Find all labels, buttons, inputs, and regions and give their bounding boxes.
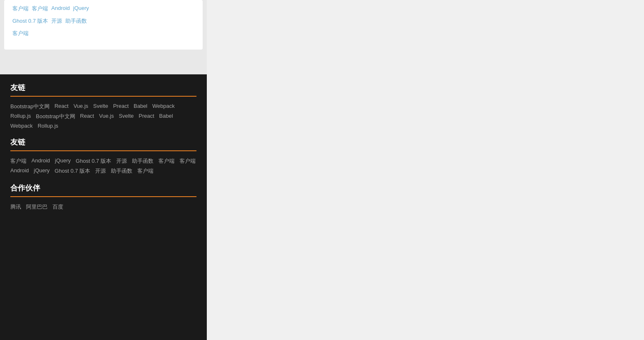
- link-babel-2[interactable]: Babel: [159, 113, 173, 120]
- link-webpack-1[interactable]: Webpack: [152, 103, 175, 110]
- tag-row-2: Ghost 0.7 版本 开源 助手函数: [12, 17, 194, 26]
- link-ghost-3[interactable]: Ghost 0.7 版本: [55, 167, 90, 175]
- tag-android[interactable]: Android: [51, 4, 70, 13]
- dark-section: 友链 Bootstrap中文网 React Vue.js Svelte Prea…: [0, 74, 207, 340]
- tag-jquery[interactable]: jQuery: [73, 4, 89, 13]
- link-ghost-2[interactable]: Ghost 0.7 版本: [76, 157, 111, 165]
- link-svelte-2[interactable]: Svelte: [119, 113, 134, 120]
- section-youlinks-1: 友链 Bootstrap中文网 React Vue.js Svelte Prea…: [10, 83, 196, 129]
- top-card: 客户端 客户端 Android jQuery Ghost 0.7 版本 开源 助…: [4, 0, 203, 50]
- tag-opensource[interactable]: 开源: [51, 17, 62, 26]
- link-android-3[interactable]: Android: [10, 167, 29, 175]
- link-android-2[interactable]: Android: [31, 157, 50, 165]
- link-helper-3[interactable]: 助手函数: [111, 167, 132, 175]
- divider-2: [10, 150, 196, 151]
- tag-helper[interactable]: 助手函数: [65, 17, 87, 26]
- tag-row-1: 客户端 客户端 Android jQuery: [12, 4, 194, 13]
- link-react-2[interactable]: React: [80, 113, 94, 120]
- tag-ghost[interactable]: Ghost 0.7 版本: [12, 17, 48, 26]
- link-client-2[interactable]: 客户端: [158, 157, 175, 165]
- section-youlinks-2: 友链 客户端 Android jQuery Ghost 0.7 版本 开源 助手…: [10, 137, 196, 175]
- link-opensource-2[interactable]: 开源: [116, 157, 127, 165]
- links-grid-1: Bootstrap中文网 React Vue.js Svelte Preact …: [10, 103, 196, 129]
- link-preact-2[interactable]: Preact: [139, 113, 154, 120]
- link-alibaba[interactable]: 阿里巴巴: [26, 203, 48, 211]
- link-react-1[interactable]: React: [55, 103, 69, 110]
- gray-gap: [0, 50, 207, 74]
- tag-row-3: 客户端: [12, 29, 194, 38]
- tag-client-3[interactable]: 客户端: [12, 29, 29, 38]
- divider-1: [10, 96, 196, 97]
- tag-client-2[interactable]: 客户端: [32, 4, 48, 13]
- link-rollup-1[interactable]: Rollup.js: [10, 113, 31, 120]
- link-client-3[interactable]: 客户端: [180, 157, 196, 165]
- section-partners: 合作伙伴 腾讯 阿里巴巴 百度: [10, 183, 196, 211]
- divider-3: [10, 196, 196, 197]
- section-title-1: 友链: [10, 83, 196, 93]
- link-opensource-3[interactable]: 开源: [95, 167, 106, 175]
- link-jquery-2[interactable]: jQuery: [55, 157, 71, 165]
- link-babel-1[interactable]: Babel: [134, 103, 147, 110]
- links-grid-3: 腾讯 阿里巴巴 百度: [10, 203, 196, 211]
- link-bootstrap-2[interactable]: Bootstrap中文网: [36, 113, 75, 120]
- link-baidu[interactable]: 百度: [53, 203, 63, 211]
- section-title-2: 友链: [10, 137, 196, 147]
- section-title-3: 合作伙伴: [10, 183, 196, 193]
- link-vuejs-2[interactable]: Vue.js: [99, 113, 114, 120]
- links-grid-2: 客户端 Android jQuery Ghost 0.7 版本 开源 助手函数 …: [10, 157, 196, 175]
- left-panel: 客户端 客户端 Android jQuery Ghost 0.7 版本 开源 助…: [0, 0, 207, 340]
- link-rollup-2[interactable]: Rollup.js: [38, 123, 58, 129]
- link-client-4[interactable]: 客户端: [137, 167, 153, 175]
- tag-client-1[interactable]: 客户端: [12, 4, 29, 13]
- link-tencent[interactable]: 腾讯: [10, 203, 21, 211]
- link-jquery-3[interactable]: jQuery: [34, 167, 50, 175]
- link-client-1[interactable]: 客户端: [10, 157, 26, 165]
- link-vuejs-1[interactable]: Vue.js: [74, 103, 89, 110]
- link-svelte-1[interactable]: Svelte: [93, 103, 108, 110]
- link-helper-2[interactable]: 助手函数: [132, 157, 153, 165]
- right-panel: [207, 0, 644, 340]
- link-preact-1[interactable]: Preact: [113, 103, 129, 110]
- link-webpack-2[interactable]: Webpack: [10, 123, 33, 129]
- link-bootstrap-1[interactable]: Bootstrap中文网: [10, 103, 50, 110]
